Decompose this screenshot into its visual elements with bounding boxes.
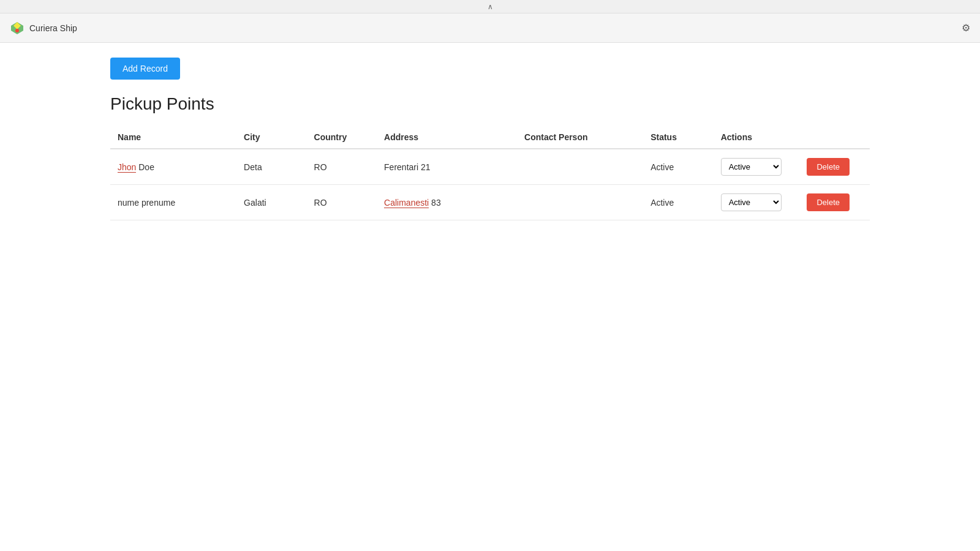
col-header-status: Status — [643, 126, 713, 149]
row1-address: Ferentari 21 — [377, 149, 517, 185]
row2-address-rest: 83 — [429, 198, 440, 208]
col-header-actions: Actions — [714, 126, 800, 149]
col-header-delete — [799, 126, 870, 149]
row2-actions: Active Inactive — [714, 185, 800, 220]
table-header: Name City Country Address Contact Person… — [110, 126, 870, 149]
svg-point-2 — [15, 29, 19, 32]
row1-name: Jhon Doe — [110, 149, 236, 185]
col-header-name: Name — [110, 126, 236, 149]
row1-status: Active — [643, 149, 713, 185]
row2-contact — [517, 185, 643, 220]
row1-city: Deta — [236, 149, 306, 185]
row2-country: RO — [307, 185, 377, 220]
row1-address-text: Ferentari 21 — [384, 162, 430, 172]
col-header-city: City — [236, 126, 306, 149]
row2-city: Galati — [236, 185, 306, 220]
row2-name: nume prenume — [110, 185, 236, 220]
main-content: Add Record Pickup Points Name City Count… — [0, 43, 980, 235]
table-body: Jhon Doe Deta RO Ferentari 21 Active Act… — [110, 149, 870, 220]
add-record-button[interactable]: Add Record — [110, 58, 180, 80]
row1-status-select[interactable]: Active Inactive — [721, 158, 782, 176]
page-title: Pickup Points — [110, 94, 870, 114]
col-header-contact: Contact Person — [517, 126, 643, 149]
row1-name-link[interactable]: Jhon — [118, 162, 136, 173]
collapse-icon: ∧ — [488, 2, 493, 11]
row1-delete-cell: Delete — [799, 149, 870, 185]
title-bar-left: Curiera Ship — [10, 21, 77, 36]
title-bar: Curiera Ship ⚙ — [0, 13, 980, 43]
row2-delete-button[interactable]: Delete — [807, 193, 850, 211]
row1-actions: Active Inactive — [714, 149, 800, 185]
row2-name-text: nume prenume — [118, 198, 175, 208]
row2-address-link[interactable]: Calimanesti — [384, 198, 429, 208]
col-header-address: Address — [377, 126, 517, 149]
row1-name-rest: Doe — [136, 162, 154, 172]
top-bar: ∧ — [0, 0, 980, 13]
app-title: Curiera Ship — [29, 23, 77, 33]
settings-icon[interactable]: ⚙ — [962, 22, 970, 34]
row2-address: Calimanesti 83 — [377, 185, 517, 220]
row2-status-select[interactable]: Active Inactive — [721, 193, 782, 211]
app-logo-icon — [10, 21, 24, 36]
row2-status: Active — [643, 185, 713, 220]
row1-country: RO — [307, 149, 377, 185]
row2-delete-cell: Delete — [799, 185, 870, 220]
row1-contact — [517, 149, 643, 185]
col-header-country: Country — [307, 126, 377, 149]
pickup-points-table: Name City Country Address Contact Person… — [110, 126, 870, 220]
row1-delete-button[interactable]: Delete — [807, 158, 850, 176]
table-row: nume prenume Galati RO Calimanesti 83 Ac… — [110, 185, 870, 220]
table-row: Jhon Doe Deta RO Ferentari 21 Active Act… — [110, 149, 870, 185]
